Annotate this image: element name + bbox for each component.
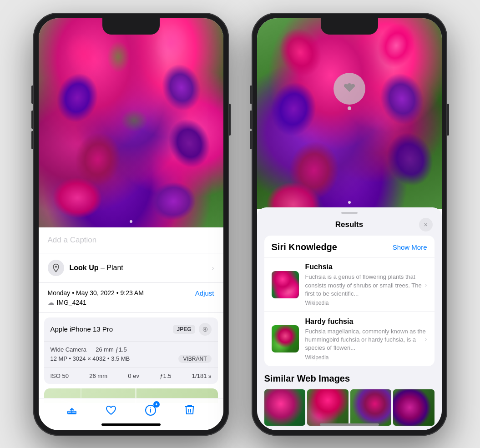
siri-indicator [333, 73, 365, 105]
hardy-chevron: › [425, 335, 427, 342]
fuchsia-content: Fuchsia Fuchsia is a genus of flowering … [305, 263, 427, 306]
exif-row: ISO 50 26 mm 0 ev ƒ1.5 1/181 s [44, 368, 218, 384]
lookup-chevron: › [212, 264, 214, 272]
knowledge-section: Siri Knowledge Show More Fuchsia Fuchsia… [264, 236, 435, 366]
cloud-icon: ☁ [48, 299, 54, 306]
results-sheet: Results × Siri Knowledge Show More [257, 207, 442, 430]
similar-title: Similar Web Images [264, 373, 435, 384]
svg-text:i: i [150, 407, 152, 414]
knowledge-item-fuchsia[interactable]: Fuchsia Fuchsia is a genus of flowering … [264, 257, 435, 312]
device-badges: JPEG [173, 323, 211, 336]
info-button[interactable]: i ✦ [142, 402, 159, 418]
filename: IMG_4241 [57, 299, 86, 306]
phone-1: Add a Caption Look Up – Plant › [33, 13, 229, 436]
location-badge [199, 323, 212, 336]
bottom-toolbar: i ✦ [39, 398, 223, 422]
vibrant-badge: VIBRANT [178, 355, 211, 363]
phone-2-screen: Results × Siri Knowledge Show More [257, 18, 442, 430]
fuchsia-source: Wikipedia [305, 300, 427, 306]
camera-detail: Wide Camera — 26 mm ƒ1.5 [51, 346, 212, 353]
show-more-button[interactable]: Show More [393, 243, 427, 251]
exif-focal: 26 mm [89, 372, 107, 379]
close-button[interactable]: × [419, 218, 433, 232]
exif-shutter: 1/181 s [192, 372, 212, 379]
fuchsia-desc: Fuchsia is a genus of flowering plants t… [305, 273, 427, 298]
notch-2 [321, 18, 378, 35]
photo-specs: 12 MP • 3024 × 4032 • 3.5 MB [51, 355, 130, 362]
svg-point-0 [55, 266, 56, 267]
knowledge-item-hardy[interactable]: Hardy fuchsia Fuchsia magellanica, commo… [264, 312, 435, 366]
knowledge-title: Siri Knowledge [272, 242, 337, 252]
home-indicator-2 [320, 423, 379, 426]
phone-2: Results × Siri Knowledge Show More [252, 13, 447, 436]
hardy-desc: Fuchsia magellanica, commonly known as t… [305, 327, 427, 352]
lookup-row[interactable]: Look Up – Plant › [39, 253, 223, 283]
exif-iso: ISO 50 [51, 372, 69, 379]
device-section: Apple iPhone 13 Pro JPEG [44, 317, 218, 384]
notch-1 [102, 18, 160, 35]
photo-display[interactable] [39, 18, 223, 227]
phone-1-screen: Add a Caption Look Up – Plant › [39, 18, 223, 430]
device-name: Apple iPhone 13 Pro [51, 325, 113, 333]
exif-aperture: ƒ1.5 [160, 372, 171, 379]
sheet-handle[interactable] [341, 212, 358, 214]
results-title: Results [335, 220, 363, 229]
similar-images-row [264, 389, 435, 426]
hardy-source: Wikipedia [305, 354, 427, 361]
lookup-label: Look Up – Plant [70, 264, 123, 272]
lookup-icon [48, 260, 64, 276]
photo-section-2 [257, 18, 442, 209]
like-button[interactable] [103, 402, 119, 418]
similar-img-1[interactable] [264, 389, 306, 426]
fuchsia-chevron: › [425, 281, 427, 288]
home-indicator-1 [101, 423, 161, 426]
meta-section: Monday • May 30, 2022 • 9:23 AM Adjust ☁… [39, 283, 223, 313]
hardy-thumbnail [272, 325, 299, 352]
flower-bg-2 [257, 18, 442, 209]
share-button[interactable] [64, 402, 80, 418]
flower-overlay [39, 18, 223, 227]
photo-date: Monday • May 30, 2022 • 9:23 AM [48, 289, 144, 297]
adjust-button[interactable]: Adjust [195, 289, 214, 297]
similar-img-2[interactable] [307, 389, 349, 426]
caption-area[interactable]: Add a Caption [39, 227, 223, 253]
hardy-name: Hardy fuchsia [305, 317, 427, 326]
similar-img-3[interactable] [350, 389, 392, 426]
similar-section: Similar Web Images [257, 373, 442, 430]
results-header: Results × [257, 220, 442, 236]
format-badge: JPEG [173, 325, 195, 334]
siri-dot [348, 106, 351, 110]
hardy-content: Hardy fuchsia Fuchsia magellanica, commo… [305, 317, 427, 361]
fuchsia-thumbnail [272, 271, 299, 298]
delete-button[interactable] [182, 402, 198, 418]
fuchsia-name: Fuchsia [305, 263, 427, 271]
caption-placeholder: Add a Caption [48, 236, 97, 244]
exif-ev: 0 ev [128, 372, 139, 379]
similar-img-4[interactable] [393, 389, 435, 426]
